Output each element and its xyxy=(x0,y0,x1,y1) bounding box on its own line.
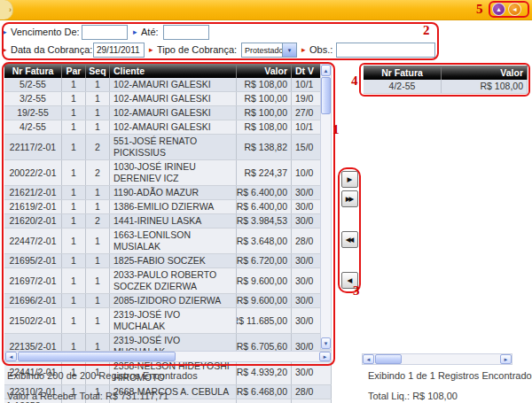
table-row[interactable]: 19/2-5511102-AMAURI GALESKIR$ 100,0027/0 xyxy=(4,106,332,120)
vencimento-de-input[interactable] xyxy=(82,25,128,40)
column-header[interactable]: Par xyxy=(62,64,86,78)
vencimento-de-label: Vencimento De: xyxy=(11,27,80,37)
field-marker-icon: ▸ xyxy=(3,27,7,37)
table-cell: 4/2-55 xyxy=(364,80,442,93)
table-cell: R$ 6.468,00 xyxy=(237,385,292,399)
move-all-right-button[interactable]: ▶▶ xyxy=(341,190,358,207)
table-cell: 21502/2-01 xyxy=(4,308,62,333)
table-row[interactable]: 21696/2-01112085-IZIDORO DZIERWAR$ 9.600… xyxy=(4,294,332,308)
table-cell: R$ 108,00 xyxy=(237,78,292,91)
field-marker-icon: ▸ xyxy=(301,45,306,55)
column-header[interactable]: Valor xyxy=(442,66,528,80)
table-cell: 1 xyxy=(62,186,86,199)
scroll-right-icon[interactable]: ► xyxy=(500,354,512,364)
table-row[interactable]: 21695/2-01111825-FABIO SOCZEKR$ 6.720,00… xyxy=(4,254,332,268)
table-row[interactable]: 21620/2-01121441-IRINEU LASKAR$ 3.984,53… xyxy=(4,214,332,229)
table-cell: 28/0 xyxy=(292,385,332,399)
go-back-button[interactable]: ◄ xyxy=(508,3,521,16)
table-row[interactable]: 21697/2-01112033-PAULO ROBERTO SOCZEK DZ… xyxy=(4,268,332,294)
scroll-right-icon[interactable]: ► xyxy=(319,352,331,361)
table-cell: 1 xyxy=(62,268,86,293)
move-selected-left-button[interactable]: ◀ xyxy=(341,272,358,289)
annotation-number-1: 1 xyxy=(332,122,340,137)
tipo-cobranca-label: Tipo de Cobrança: xyxy=(157,44,237,55)
table-cell: R$ 11.685,00 xyxy=(237,308,292,333)
scrollbar-thumb[interactable] xyxy=(18,352,176,361)
move-all-left-button[interactable]: ◀◀ xyxy=(341,231,358,248)
table-cell: 1 xyxy=(86,200,110,213)
table-cell: 1 xyxy=(62,160,86,185)
left-total-value: Valor a Receber Total: R$ 731.117,71 xyxy=(7,391,168,401)
move-selected-right-button[interactable]: ▶ xyxy=(341,171,358,188)
column-header[interactable]: Nr Fatura xyxy=(364,66,442,80)
table-row[interactable]: 22117/2-0112551-JOSÉ RENATO PICKISSIUSR$… xyxy=(4,135,332,160)
table-cell: R$ 138,82 xyxy=(237,135,292,159)
table-row[interactable]: 4/2-55R$ 108,00 xyxy=(364,80,528,94)
table-cell: 2085-IZIDORO DZIERWA xyxy=(110,294,237,307)
table-cell: 1 xyxy=(86,78,110,91)
column-header[interactable]: Nr Fatura xyxy=(4,64,62,78)
table-cell: R$ 3.984,53 xyxy=(237,214,292,228)
column-header[interactable]: Valor xyxy=(237,64,292,78)
selected-invoices-table: 4/2-55R$ 108,00 xyxy=(364,80,528,94)
table-cell: R$ 108,00 xyxy=(442,80,528,93)
table-cell: 2 xyxy=(86,135,110,159)
table-cell: 1 xyxy=(62,92,86,105)
table-cell: 1 xyxy=(62,294,86,307)
selected-horizontal-scrollbar[interactable]: ◄ ► xyxy=(362,353,512,365)
table-cell: R$ 9.600,00 xyxy=(237,294,292,307)
table-cell: 1 xyxy=(86,229,110,253)
left-records-count: Exibindo 200 de 200 Registros Encontrado… xyxy=(7,370,198,381)
column-header[interactable]: Cliente xyxy=(110,64,237,78)
table-cell: 21619/2-01 xyxy=(4,200,62,213)
scrollbar-thumb[interactable] xyxy=(321,77,331,114)
invoices-horizontal-scrollbar[interactable]: ◄ ► xyxy=(4,351,332,362)
data-cobranca-label: Data da Cobrança: xyxy=(11,44,92,55)
scroll-up-icon[interactable]: ▲ xyxy=(321,65,331,76)
table-row[interactable]: 21502/2-01112319-JOSÉ IVO MUCHALAKR$ 11.… xyxy=(4,308,332,334)
selected-invoices-table-header: Nr Fatura Valor xyxy=(364,66,528,80)
table-cell: 102-AMAURI GALESKI xyxy=(110,106,237,120)
scrollbar-thumb[interactable] xyxy=(375,354,402,364)
table-row[interactable]: 3/2-5511102-AMAURI GALESKIR$ 100,0019/0 xyxy=(4,92,332,106)
table-cell: 1 xyxy=(86,268,110,293)
table-cell: 2 xyxy=(86,214,110,228)
field-marker-icon: ▸ xyxy=(3,45,7,55)
right-records-count: Exibindo 1 de 1 Registros Encontrados xyxy=(368,370,532,381)
tipo-cobranca-select[interactable]: Protestado ▼ xyxy=(241,43,297,58)
scroll-down-icon[interactable]: ▼ xyxy=(321,337,331,349)
table-cell: R$ 108,00 xyxy=(237,120,292,134)
table-row[interactable]: 22447/2-01111663-LEONILSON MUSIALAKR$ 3.… xyxy=(4,229,332,254)
table-cell: 1 xyxy=(62,106,86,120)
scroll-left-icon[interactable]: ◄ xyxy=(363,354,374,364)
table-cell: 1 xyxy=(86,294,110,307)
application-window: › ▲ ◄ ▸ Vencimento De: ▸ Até: ▸ Data da … xyxy=(0,0,532,403)
table-row[interactable]: 20022/2-01121030-JOSÉ IRINEU DERENIEV IC… xyxy=(4,160,332,186)
table-cell: 22117/2-01 xyxy=(4,135,62,159)
table-row[interactable]: 5/2-5511102-AMAURI GALESKIR$ 108,0010/1 xyxy=(4,78,332,92)
ate-input[interactable] xyxy=(163,25,209,40)
table-cell: 1 xyxy=(62,229,86,253)
table-cell: 1 xyxy=(62,254,86,267)
panel-collapse-handle[interactable]: › xyxy=(0,0,13,19)
table-row[interactable]: 21621/2-01111190-ADÃO MAZURR$ 6.400,0030… xyxy=(4,186,332,200)
table-cell: 1 xyxy=(86,254,110,267)
column-header[interactable]: Seq xyxy=(86,64,110,78)
table-cell: 1 xyxy=(62,214,86,228)
table-cell: R$ 100,00 xyxy=(237,106,292,120)
table-cell: 1 xyxy=(86,308,110,333)
scroll-top-button[interactable]: ▲ xyxy=(492,3,505,16)
obs-input[interactable] xyxy=(336,43,435,58)
data-cobranca-input[interactable] xyxy=(93,43,145,58)
invoices-vertical-scrollbar[interactable]: ▲ ▼ xyxy=(320,64,332,350)
table-cell: 21696/2-01 xyxy=(4,294,62,307)
table-row[interactable]: 4/2-5511102-AMAURI GALESKIR$ 108,0010/1 xyxy=(4,120,332,135)
chevron-right-icon: › xyxy=(9,5,12,14)
scroll-left-icon[interactable]: ◄ xyxy=(5,352,17,361)
table-cell: 1 xyxy=(62,135,86,159)
left-arrow-icon: ◄ xyxy=(512,6,518,12)
table-row[interactable]: 21619/2-01111386-EMILIO DZIERWAR$ 6.400,… xyxy=(4,200,332,214)
table-cell: 1441-IRINEU LASKA xyxy=(110,214,237,228)
table-cell: R$ 100,00 xyxy=(237,92,292,105)
table-cell: 3/2-55 xyxy=(4,92,62,105)
